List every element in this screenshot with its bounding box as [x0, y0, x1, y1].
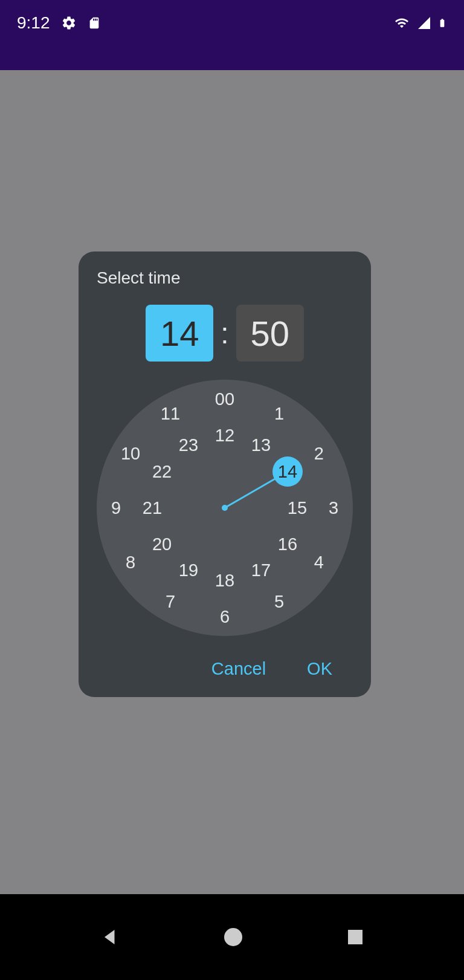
clock-hour-11[interactable]: 11: [155, 398, 185, 429]
recents-icon[interactable]: [346, 927, 365, 947]
status-right: [393, 15, 447, 31]
clock-hour-10[interactable]: 10: [115, 438, 146, 469]
signal-icon: [417, 16, 431, 30]
clock-hour-6[interactable]: 6: [210, 602, 240, 632]
clock-hour-23[interactable]: 23: [173, 430, 204, 460]
clock-hour-20[interactable]: 20: [147, 529, 177, 559]
svg-rect-1: [348, 930, 362, 944]
minute-selector[interactable]: 50: [236, 305, 304, 362]
clock-hour-2[interactable]: 2: [304, 438, 334, 469]
clock-hour-16[interactable]: 16: [272, 529, 303, 559]
dialog-actions: Cancel OK: [97, 653, 353, 685]
clock-hour-22[interactable]: 22: [147, 456, 177, 487]
clock-hour-15[interactable]: 15: [282, 493, 312, 523]
sd-card-icon: [88, 15, 101, 31]
clock-hour-12[interactable]: 12: [210, 420, 240, 450]
gear-icon: [61, 15, 77, 31]
clock-hour-13[interactable]: 13: [246, 430, 276, 460]
home-icon[interactable]: [222, 926, 244, 948]
clock-hour-8[interactable]: 8: [115, 547, 146, 577]
status-time: 9:12: [17, 13, 50, 33]
clock-hour-7[interactable]: 7: [155, 587, 185, 617]
time-display: 14 : 50: [97, 305, 353, 362]
clock-hour-4[interactable]: 4: [304, 547, 334, 577]
back-icon[interactable]: [99, 926, 121, 948]
wifi-icon: [393, 16, 411, 30]
screen-backdrop: Select time 14 : 50 00123456789101112131…: [0, 70, 464, 894]
clock-hour-9[interactable]: 9: [101, 493, 131, 523]
hour-selector[interactable]: 14: [146, 305, 213, 362]
ok-button[interactable]: OK: [298, 653, 341, 685]
clock-hour-1[interactable]: 1: [264, 398, 294, 429]
clock-hour-00[interactable]: 00: [210, 384, 240, 414]
clock-hour-3[interactable]: 3: [318, 493, 349, 523]
dialog-title: Select time: [97, 268, 353, 288]
clock-hour-18[interactable]: 18: [210, 565, 240, 595]
time-colon: :: [221, 317, 228, 350]
clock-hour-21[interactable]: 21: [137, 493, 167, 523]
clock-hour-19[interactable]: 19: [173, 556, 204, 586]
clock-hour-17[interactable]: 17: [246, 556, 276, 586]
svg-point-0: [224, 928, 242, 946]
navigation-bar: [0, 894, 464, 980]
status-bar: 9:12: [0, 0, 464, 70]
cancel-button[interactable]: Cancel: [203, 653, 274, 685]
clock-center-dot: [222, 505, 228, 511]
status-left: 9:12: [17, 13, 101, 33]
clock-face[interactable]: 001234567891011121314151617181920212223: [97, 380, 353, 636]
clock-hour-5[interactable]: 5: [264, 587, 294, 617]
clock-hour-14[interactable]: 14: [272, 456, 303, 487]
clock-face-container[interactable]: 001234567891011121314151617181920212223: [97, 380, 353, 636]
battery-icon: [437, 15, 447, 31]
time-picker-dialog: Select time 14 : 50 00123456789101112131…: [79, 251, 371, 697]
